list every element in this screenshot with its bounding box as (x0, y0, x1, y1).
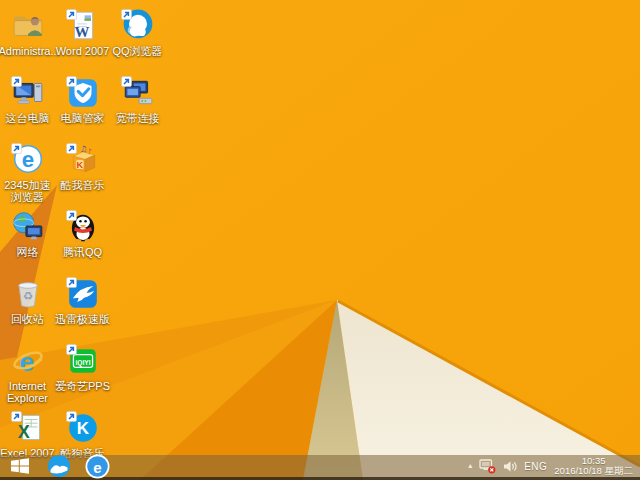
shortcut-arrow-icon (121, 76, 132, 87)
desktop-icon-2345-browser[interactable]: e 2345加速浏览器 (0, 143, 55, 203)
xunlei-icon (66, 277, 100, 311)
desktop-icon-label: 迅雷极速版 (55, 313, 110, 325)
shortcut-arrow-icon (66, 9, 77, 20)
desktop-icon-label: 腾讯QQ (63, 246, 102, 258)
desktop-icon-label: 酷我音乐 (61, 179, 105, 191)
administrator-folder-icon (11, 9, 45, 43)
tencent-qq-icon (66, 210, 100, 244)
desktop-icon-broadband[interactable]: 宽带连接 (110, 76, 165, 124)
shortcut-arrow-icon (11, 411, 22, 422)
clock-date: 2016/10/18 星期二 (554, 466, 633, 477)
excel-2007-icon: X (11, 411, 45, 445)
desktop-icon-label: 爱奇艺PPS (55, 380, 110, 392)
show-hidden-icons-button[interactable]: ▴ (468, 462, 472, 470)
desktop-icon-word-2007[interactable]: W Word 2007 (55, 9, 110, 57)
desktop-icon-administrator[interactable]: Administra... (0, 9, 55, 57)
kuwo-music-icon: ♫ ♪ K (66, 143, 100, 177)
desktop-icon-kugou-music[interactable]: K 酷狗音乐 (55, 411, 110, 459)
desktop-icon-iqiyi-pps[interactable]: iQIYI 爱奇艺PPS (55, 344, 110, 392)
desktop-icon-kuwo-music[interactable]: ♫ ♪ K 酷我音乐 (55, 143, 110, 191)
start-button[interactable] (0, 455, 40, 477)
desktop-icon-this-pc[interactable]: 这台电脑 (0, 76, 55, 124)
desktop-icon-label: Administra... (0, 45, 57, 57)
shortcut-arrow-icon (11, 143, 22, 154)
desktop-icon-label: Internet Explorer (0, 380, 55, 404)
desktop-icon-label: 这台电脑 (6, 112, 50, 124)
shortcut-arrow-icon (11, 76, 22, 87)
desktop-icon-label: 回收站 (11, 313, 44, 325)
svg-text:K: K (76, 419, 89, 438)
desktop-icon-pc-manager[interactable]: 电脑管家 (55, 76, 110, 124)
taskbar-item-qq-browser[interactable] (40, 455, 78, 477)
broadband-icon (121, 76, 155, 110)
shortcut-arrow-icon (66, 411, 77, 422)
desktop-icon-internet-explorer[interactable]: e Internet Explorer (0, 344, 55, 404)
desktop-icon-excel-2007[interactable]: X Excel 2007 (0, 411, 55, 459)
svg-text:K: K (76, 160, 83, 170)
qq-browser-icon (121, 9, 155, 43)
desktop-icon-label: 宽带连接 (116, 112, 160, 124)
2345-browser-icon: e (11, 143, 45, 177)
windows-logo-icon (11, 458, 29, 474)
shortcut-arrow-icon (66, 344, 77, 355)
svg-text:♻: ♻ (22, 289, 32, 303)
desktop-icon-network[interactable]: 网络 (0, 210, 55, 258)
desktop-icon-label: 2345加速浏览器 (0, 179, 55, 203)
svg-text:e: e (19, 347, 34, 377)
desktop-icon-label: QQ浏览器 (112, 45, 162, 57)
desktop-icon-recycle-bin[interactable]: ♻ 回收站 (0, 277, 55, 325)
qq-browser-taskbar-icon (47, 454, 71, 478)
taskbar: e ▴ ENG 10:35 2016/10/18 星期二 (0, 455, 640, 480)
system-tray: ▴ ENG 10:35 2016/10/18 星期二 (468, 455, 640, 477)
desktop-icon-xunlei[interactable]: 迅雷极速版 (55, 277, 110, 325)
desktop-icon-tencent-qq[interactable]: 腾讯QQ (55, 210, 110, 258)
desktop-icon-label: Word 2007 (56, 45, 110, 57)
iqiyi-pps-icon: iQIYI (66, 344, 100, 378)
pc-manager-icon (66, 76, 100, 110)
svg-text:e: e (21, 147, 33, 172)
desktop-icon-label: 电脑管家 (61, 112, 105, 124)
svg-text:iQIYI: iQIYI (75, 359, 90, 367)
speaker-icon[interactable] (503, 460, 517, 473)
shortcut-arrow-icon (121, 9, 132, 20)
shortcut-arrow-icon (66, 143, 77, 154)
desktop-icon-qq-browser[interactable]: QQ浏览器 (110, 9, 165, 57)
desktop-icon-label: 网络 (17, 246, 39, 258)
2345-browser-taskbar-icon: e (85, 454, 110, 479)
taskbar-item-2345-browser[interactable]: e (78, 455, 116, 477)
shortcut-arrow-icon (66, 277, 77, 288)
network-disconnected-icon[interactable] (479, 459, 496, 474)
language-indicator[interactable]: ENG (524, 461, 547, 472)
network-icon (11, 210, 45, 244)
kugou-music-icon: K (66, 411, 100, 445)
shortcut-arrow-icon (66, 210, 77, 221)
this-pc-icon (11, 76, 45, 110)
svg-text:W: W (74, 24, 89, 40)
recycle-bin-icon: ♻ (11, 277, 45, 311)
taskbar-clock[interactable]: 10:35 2016/10/18 星期二 (554, 456, 635, 477)
shortcut-arrow-icon (66, 76, 77, 87)
word-2007-icon: W (66, 9, 100, 43)
svg-text:e: e (93, 458, 101, 475)
svg-text:X: X (17, 422, 29, 442)
internet-explorer-icon: e (11, 344, 45, 378)
